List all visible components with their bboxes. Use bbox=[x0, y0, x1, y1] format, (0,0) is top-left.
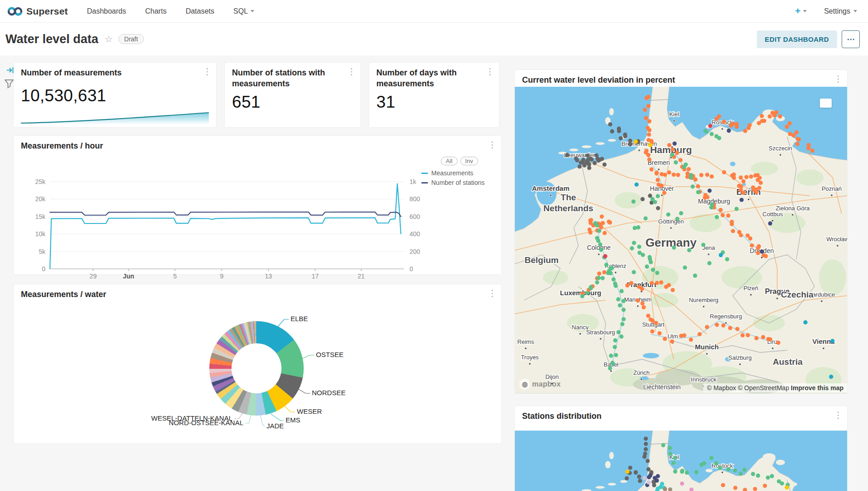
svg-text:Germany: Germany bbox=[646, 236, 697, 249]
svg-text:EMS: EMS bbox=[286, 416, 301, 424]
kebab-menu-icon[interactable] bbox=[488, 289, 497, 298]
legend-item-measurements[interactable]: Measurements bbox=[421, 169, 498, 177]
svg-text:0: 0 bbox=[409, 265, 413, 273]
favorite-star-icon[interactable] bbox=[105, 34, 113, 45]
mapbox-wordmark: mapbox bbox=[532, 380, 561, 388]
svg-text:Innsbruck: Innsbruck bbox=[691, 376, 717, 383]
chart-title: Measurements / water bbox=[21, 289, 106, 300]
dashboard-header: Water level data Draft EDIT DASHBOARD bbox=[0, 23, 868, 55]
superset-logo[interactable]: Superset bbox=[7, 6, 68, 17]
nav-datasets[interactable]: Datasets bbox=[186, 7, 214, 15]
svg-text:Zürich: Zürich bbox=[633, 369, 650, 376]
svg-text:Szczecin: Szczecin bbox=[769, 145, 792, 152]
svg-text:Wrocław: Wrocław bbox=[826, 236, 847, 243]
svg-text:NORDSEE: NORDSEE bbox=[312, 389, 345, 397]
page-title: Water level data bbox=[5, 32, 99, 46]
svg-text:JADE: JADE bbox=[266, 422, 284, 430]
settings-menu[interactable]: Settings bbox=[824, 7, 857, 15]
legend-label: Measurements bbox=[431, 169, 473, 177]
kebab-menu-icon[interactable] bbox=[486, 67, 494, 76]
chevron-down-icon bbox=[251, 10, 254, 12]
svg-text:Reims: Reims bbox=[518, 338, 534, 345]
kebab-menu-icon[interactable] bbox=[203, 67, 212, 76]
donut-chart[interactable] bbox=[209, 321, 304, 416]
card-stations-distribution-map: Stations distribution KielRostock bbox=[515, 406, 847, 491]
svg-text:200: 200 bbox=[409, 248, 420, 255]
svg-text:Czechia: Czechia bbox=[781, 290, 814, 299]
trendline-sparkline bbox=[21, 109, 209, 124]
svg-text:10k: 10k bbox=[35, 230, 46, 238]
chart-title: Number of days with measurements bbox=[376, 67, 472, 89]
svg-text:ELBE: ELBE bbox=[291, 315, 308, 322]
new-item-button[interactable]: + bbox=[795, 6, 807, 16]
legend-label: Number of stations bbox=[431, 179, 485, 186]
svg-text:25k: 25k bbox=[35, 178, 46, 185]
svg-text:Netherlands: Netherlands bbox=[543, 203, 593, 213]
nav-dashboards[interactable]: Dashboards bbox=[87, 7, 126, 15]
map-canvas[interactable]: LeeuwardenAmsterdamTheNetherlandsBelgium… bbox=[515, 87, 847, 393]
edit-dashboard-button[interactable]: EDIT DASHBOARD bbox=[757, 30, 837, 48]
infinity-logo-icon bbox=[7, 6, 23, 16]
chart-title: Stations distribution bbox=[522, 411, 602, 422]
header-more-options-button[interactable] bbox=[842, 30, 860, 48]
expand-filter-bar-icon[interactable] bbox=[6, 66, 14, 74]
chart-title: Measurements / hour bbox=[21, 140, 103, 151]
legend-all-button[interactable]: All bbox=[441, 157, 457, 165]
svg-text:Salzburg: Salzburg bbox=[728, 354, 751, 361]
svg-text:WESEL-DATTELN-KANAL: WESEL-DATTELN-KANAL bbox=[151, 414, 232, 422]
card-number-of-stations: Number of stations with measurements 651 bbox=[225, 63, 360, 127]
svg-text:Munich: Munich bbox=[695, 343, 719, 351]
svg-text:NORD-OSTSEE-KANAL: NORD-OSTSEE-KANAL bbox=[169, 419, 243, 427]
big-number-value: 31 bbox=[376, 93, 395, 112]
svg-text:The: The bbox=[561, 193, 576, 202]
draft-status-badge: Draft bbox=[118, 34, 144, 44]
improve-map-link[interactable]: Improve this map bbox=[791, 384, 843, 392]
nav-sql-label: SQL bbox=[233, 7, 248, 15]
svg-text:Liechtenstein: Liechtenstein bbox=[643, 383, 681, 391]
chevron-down-icon bbox=[803, 10, 807, 12]
svg-text:21: 21 bbox=[358, 273, 365, 280]
card-measurements-per-water: Measurements / water ELBEOSTSEENORDSEEWE… bbox=[14, 284, 501, 443]
brand-name: Superset bbox=[26, 6, 68, 17]
svg-text:Amsterdam: Amsterdam bbox=[532, 184, 570, 192]
svg-text:Strasbourg: Strasbourg bbox=[586, 329, 615, 336]
settings-label: Settings bbox=[824, 7, 850, 15]
chevron-down-icon bbox=[853, 10, 857, 12]
plus-icon: + bbox=[795, 6, 801, 16]
svg-text:Austria: Austria bbox=[773, 357, 803, 367]
svg-text:5k: 5k bbox=[39, 248, 46, 255]
legend-inv-button[interactable]: Inv bbox=[460, 157, 478, 165]
card-water-level-deviation-map: Current water level deviation in percent… bbox=[515, 70, 847, 393]
svg-text:Nuremberg: Nuremberg bbox=[689, 297, 718, 303]
mapbox-logo[interactable]: ◍ mapbox bbox=[519, 379, 561, 390]
svg-text:Troyes: Troyes bbox=[521, 354, 539, 361]
filter-funnel-icon[interactable] bbox=[5, 79, 14, 89]
series-color-swatch bbox=[421, 173, 428, 174]
mapbox-logo-icon: ◍ bbox=[519, 379, 530, 390]
kebab-menu-icon[interactable] bbox=[488, 140, 497, 149]
legend-item-number-of-stations[interactable]: Number of stations bbox=[421, 179, 498, 186]
timeseries-chart: 05k10k15k20k25k02004006008001k29Jun59131… bbox=[14, 155, 440, 281]
kebab-menu-icon[interactable] bbox=[347, 67, 356, 76]
map-attribution: © Mapbox © OpenStreetMap Improve this ma… bbox=[703, 383, 847, 392]
chart-title: Current water level deviation in percent bbox=[522, 74, 675, 85]
navbar: Superset Dashboards Charts Datasets SQL … bbox=[0, 0, 868, 23]
card-number-of-days: Number of days with measurements 31 bbox=[369, 63, 499, 127]
nav-sql[interactable]: SQL bbox=[233, 7, 254, 15]
svg-text:Jun: Jun bbox=[123, 273, 134, 280]
kebab-menu-icon[interactable] bbox=[834, 74, 843, 83]
svg-text:OSTSEE: OSTSEE bbox=[316, 351, 344, 358]
attribution-text: © Mapbox © OpenStreetMap bbox=[707, 384, 789, 392]
map-legend bbox=[820, 99, 832, 108]
nav-charts[interactable]: Charts bbox=[145, 7, 167, 15]
svg-text:WESER: WESER bbox=[297, 407, 322, 415]
donut-hole bbox=[232, 343, 281, 393]
map-canvas[interactable]: KielRostock bbox=[515, 431, 847, 491]
svg-text:20k: 20k bbox=[35, 195, 46, 203]
chart-title: Number of measurements bbox=[21, 67, 122, 78]
svg-text:Cottbus: Cottbus bbox=[763, 211, 783, 218]
svg-text:800: 800 bbox=[409, 195, 420, 203]
kebab-menu-icon[interactable] bbox=[834, 411, 843, 419]
svg-text:Poznań: Poznań bbox=[822, 185, 842, 192]
svg-text:Ulm: Ulm bbox=[667, 333, 678, 340]
